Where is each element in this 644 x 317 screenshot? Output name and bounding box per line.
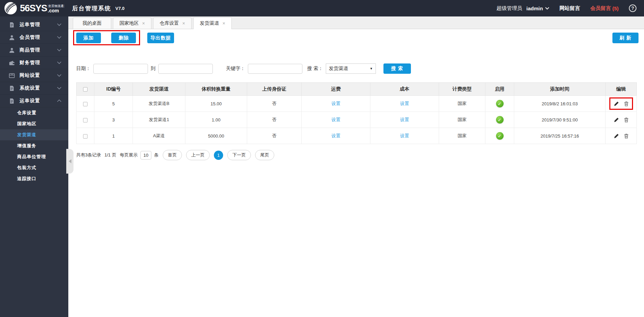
freight-settings-link[interactable]: 设置 <box>332 133 341 138</box>
first-page-button[interactable]: 首页 <box>163 150 182 160</box>
help-button[interactable]: ? <box>629 4 636 12</box>
delete-button[interactable]: 删除 <box>111 33 136 43</box>
cost-settings-link[interactable]: 设置 <box>400 101 409 106</box>
sidebar-item-member-mgmt[interactable]: 会员管理 <box>0 31 68 44</box>
pencil-icon <box>614 101 619 106</box>
enabled-toggle[interactable]: ✓ <box>496 100 504 107</box>
delete-row-button[interactable] <box>624 117 629 122</box>
col-header-channel: 发货渠道 <box>133 83 185 96</box>
check-icon: ✓ <box>498 101 502 106</box>
sidebar-item-product-mgmt[interactable]: 商品管理 <box>0 44 68 57</box>
keyword-input[interactable] <box>248 64 302 74</box>
sidebar-item-label: 运单设置 <box>20 98 40 104</box>
sidebar-item-country-region[interactable]: 国家地区 <box>0 118 68 129</box>
close-icon[interactable]: × <box>142 21 145 26</box>
select-all-checkbox[interactable] <box>83 87 88 92</box>
tab-warehouse-settings[interactable]: 仓库设置 × <box>153 17 192 29</box>
cell-id: 3 <box>94 112 133 128</box>
check-icon: ✓ <box>498 117 502 122</box>
table-header-row: ID编号 发货渠道 体积转换重量 上传身份证 运费 成本 计费类型 启用 添加时… <box>77 83 637 96</box>
sidebar-item-waybill-mgmt[interactable]: 运单管理 <box>0 19 68 31</box>
logo-main-text: 56SYS <box>20 4 47 13</box>
row-checkbox[interactable] <box>83 118 88 122</box>
close-icon[interactable]: × <box>222 21 225 26</box>
document-icon <box>9 85 15 91</box>
tab-country-region[interactable]: 国家地区 × <box>113 17 151 29</box>
records-summary: 共有3条记录 <box>76 152 101 158</box>
delete-row-button[interactable] <box>624 101 629 106</box>
col-header-volume-weight: 体积转换重量 <box>185 83 247 96</box>
site-messages-link[interactable]: 网站留言 <box>560 5 580 12</box>
col-header-cost: 成本 <box>370 83 439 96</box>
enabled-toggle[interactable]: ✓ <box>496 116 504 124</box>
trash-icon <box>624 101 629 106</box>
channel-table: ID编号 发货渠道 体积转换重量 上传身份证 运费 成本 计费类型 启用 添加时… <box>76 82 637 144</box>
table-row: 3 发货渠道1 1.00 否 设置 设置 国家 ✓ 2019/7/30 9:51… <box>77 112 637 128</box>
trash-icon <box>624 133 629 139</box>
chevron-down-icon <box>57 36 61 39</box>
trash-icon <box>624 117 629 122</box>
sidebar-item-shipping-channel[interactable]: 发货渠道 <box>0 129 68 140</box>
username: iadmin <box>526 5 543 11</box>
refresh-button[interactable]: 刷 新 <box>612 33 639 43</box>
cell-upload-id: 否 <box>247 96 302 112</box>
pagination: 共有3条记录 1/1 页 每页展示 10 条 首页 上一页 1 下一页 尾页 <box>76 150 644 160</box>
sidebar-item-site-settings[interactable]: 网站设置 <box>0 69 68 82</box>
current-page-button[interactable]: 1 <box>214 151 223 160</box>
sidebar-item-finance-mgmt[interactable]: 财务管理 <box>0 57 68 69</box>
date-from-input[interactable] <box>93 64 148 74</box>
next-page-button[interactable]: 下一页 <box>227 150 251 160</box>
search-type-select[interactable]: 发货渠道 ▼ <box>326 63 376 74</box>
sidebar-item-value-added-services[interactable]: 增值服务 <box>0 140 68 151</box>
main-content: 我的桌面 国家地区 × 仓库设置 × 发货渠道 × 添加 删除 导出数据 <box>68 16 644 317</box>
tab-shipping-channel[interactable]: 发货渠道 × <box>193 17 232 29</box>
cost-settings-link[interactable]: 设置 <box>400 117 409 122</box>
search-button[interactable]: 搜 索 <box>383 63 411 74</box>
edit-button[interactable] <box>614 117 619 122</box>
freight-settings-link[interactable]: 设置 <box>332 117 341 122</box>
cost-settings-link[interactable]: 设置 <box>400 133 409 138</box>
search-type-value: 发货渠道 <box>329 66 348 72</box>
tab-my-desktop[interactable]: 我的桌面 <box>73 17 111 29</box>
col-header-upload-id: 上传身份证 <box>247 83 302 96</box>
admin-app: 56SYS 全景物流通 .com 后台管理系统 V7.0 超级管理员 iadmi… <box>0 0 644 317</box>
sidebar-item-tracking-api[interactable]: 追踪接口 <box>0 173 68 184</box>
enabled-toggle[interactable]: ✓ <box>496 132 504 140</box>
sidebar-item-warehouse-settings[interactable]: 仓库设置 <box>0 107 68 118</box>
sidebar-collapse-handle[interactable] <box>66 149 73 174</box>
last-page-button[interactable]: 尾页 <box>255 150 274 160</box>
cell-channel: A渠道 <box>133 128 185 144</box>
keyword-label: 关键字： <box>226 66 245 72</box>
sidebar-item-label: 运单管理 <box>20 22 40 28</box>
freight-settings-link[interactable]: 设置 <box>332 101 341 106</box>
sidebar-item-packaging-method[interactable]: 包装方式 <box>0 162 68 173</box>
sidebar-item-waybill-settings[interactable]: 运单设置 <box>0 95 68 107</box>
sidebar-item-product-unit-mgmt[interactable]: 商品单位管理 <box>0 151 68 162</box>
sidebar-item-label: 财务管理 <box>20 60 40 66</box>
app-version: V7.0 <box>115 6 125 11</box>
row-checkbox[interactable] <box>83 134 88 139</box>
close-icon[interactable]: × <box>182 21 185 26</box>
delete-row-button[interactable] <box>624 133 629 139</box>
chevron-down-icon <box>545 7 549 10</box>
user-menu[interactable]: iadmin <box>526 5 549 11</box>
row-checkbox[interactable] <box>83 102 88 106</box>
table-row: 5 发货渠道B 15.00 否 设置 设置 国家 ✓ 2019/8/2 16:0… <box>77 96 637 112</box>
per-page-input[interactable]: 10 <box>140 151 151 160</box>
check-icon: ✓ <box>498 133 502 139</box>
member-messages-link[interactable]: 会员留言 (5) <box>590 5 619 12</box>
edit-button[interactable] <box>614 101 619 106</box>
add-button[interactable]: 添加 <box>76 33 101 43</box>
filter-bar: 日期： 到 关键字： 搜 索： 发货渠道 ▼ 搜 索 <box>76 63 644 74</box>
document-icon <box>9 98 15 104</box>
cell-added-time: 2019/8/2 16:01:03 <box>514 96 606 112</box>
prev-page-button[interactable]: 上一页 <box>186 150 210 160</box>
edit-button[interactable] <box>614 133 619 139</box>
cell-volume-weight: 15.00 <box>185 96 247 112</box>
col-header-id: ID编号 <box>94 83 133 96</box>
sidebar-item-system-settings[interactable]: 系统设置 <box>0 82 68 95</box>
cell-added-time: 2019/7/30 9:51:00 <box>514 112 606 128</box>
per-page-label: 每页展示 <box>120 152 138 158</box>
date-to-input[interactable] <box>158 64 213 74</box>
export-data-button[interactable]: 导出数据 <box>147 33 174 43</box>
